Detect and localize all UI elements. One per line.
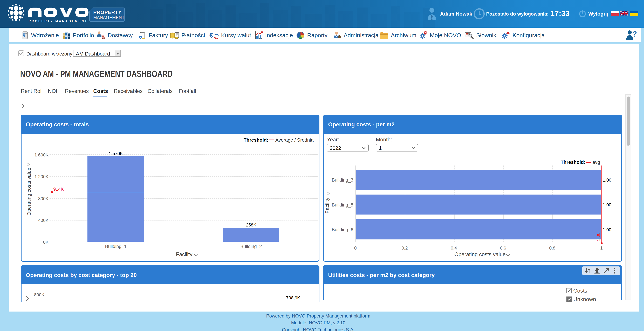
svg-text:€: € [210, 32, 213, 39]
svg-text:?: ? [632, 30, 637, 38]
